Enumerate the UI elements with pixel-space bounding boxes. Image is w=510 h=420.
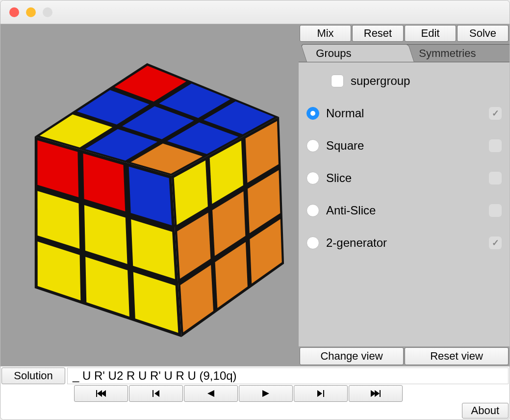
solution-text[interactable]: _ U R' U2 R U R' U R U (9,10q) [67, 368, 509, 384]
groups-panel: supergroup Normal Square Slice [299, 62, 510, 346]
radio-2-generator[interactable] [306, 236, 319, 249]
playback-next-button[interactable] [294, 385, 348, 402]
option-square: Square [306, 139, 502, 153]
option-slice: Slice [306, 171, 502, 185]
supergroup-row: supergroup [306, 74, 502, 88]
view-buttons: Change view Reset view [299, 346, 510, 366]
flag-square[interactable] [489, 139, 502, 152]
edit-button[interactable]: Edit [405, 25, 456, 42]
about-row: About [0, 402, 510, 420]
footer: Solution _ U R' U2 R U R' U R U (9,10q) [0, 366, 510, 420]
tab-symmetries[interactable]: Symmetries [404, 44, 510, 62]
main-body: Mix Reset Edit Solve Groups Symmetries s… [0, 24, 510, 366]
cube-viewport[interactable] [0, 24, 299, 366]
flag-2-generator[interactable] [489, 236, 502, 249]
option-2-generator: 2-generator [306, 236, 502, 250]
tab-groups[interactable]: Groups [301, 44, 414, 62]
flag-normal[interactable] [489, 107, 502, 120]
action-buttons: Mix Reset Edit Solve [299, 24, 510, 43]
tab-row: Groups Symmetries [299, 43, 510, 62]
flag-anti-slice[interactable] [489, 204, 502, 217]
playback-forward-button[interactable] [239, 385, 293, 402]
radio-slice[interactable] [306, 172, 319, 184]
option-normal: Normal [306, 106, 502, 120]
playback-last-button[interactable] [349, 385, 403, 402]
radio-normal[interactable] [306, 107, 319, 120]
titlebar [0, 0, 510, 24]
mix-button[interactable]: Mix [300, 25, 351, 42]
solution-row: Solution _ U R' U2 R U R' U R U (9,10q) [0, 367, 510, 385]
supergroup-label: supergroup [351, 74, 502, 88]
reset-view-button[interactable]: Reset view [405, 347, 509, 365]
playback-first-button[interactable] [74, 385, 128, 402]
playback-prev-button[interactable] [129, 385, 183, 402]
radio-square[interactable] [306, 139, 319, 152]
reset-button[interactable]: Reset [352, 25, 404, 42]
app-window: Mix Reset Edit Solve Groups Symmetries s… [0, 0, 510, 420]
side-panel: Mix Reset Edit Solve Groups Symmetries s… [299, 24, 510, 366]
change-view-button[interactable]: Change view [300, 347, 404, 365]
supergroup-checkbox[interactable] [331, 75, 344, 87]
window-minimize-button[interactable] [26, 7, 36, 17]
option-anti-slice: Anti-Slice [306, 204, 502, 217]
solution-label: Solution [1, 368, 65, 384]
radio-anti-slice[interactable] [306, 204, 319, 217]
window-close-button[interactable] [9, 7, 19, 17]
window-zoom-button[interactable] [43, 7, 52, 17]
solve-button[interactable]: Solve [457, 25, 509, 42]
playback-back-button[interactable] [184, 385, 238, 402]
flag-slice[interactable] [489, 172, 502, 184]
about-button[interactable]: About [462, 403, 509, 419]
playback-row [0, 385, 510, 402]
